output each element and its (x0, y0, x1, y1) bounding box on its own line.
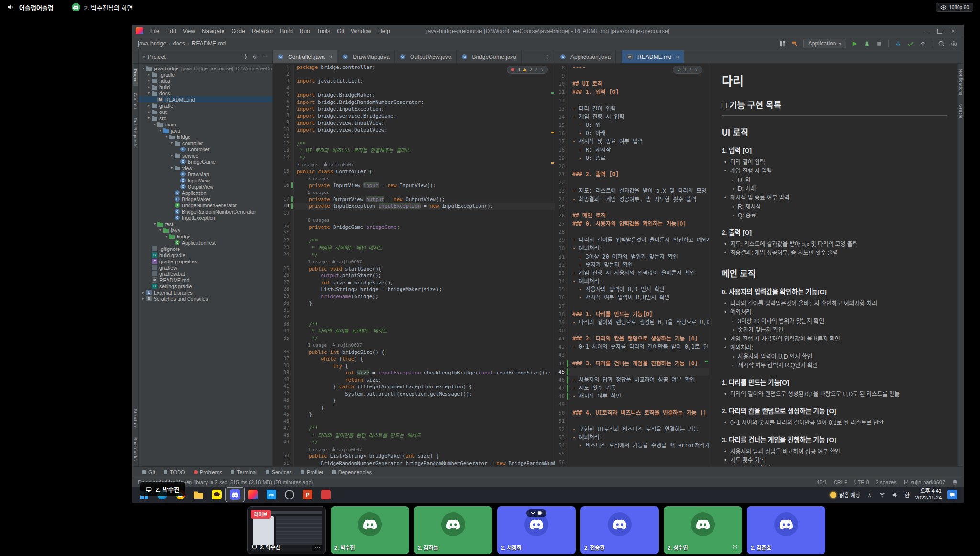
tab-Application.java[interactable]: CApplication.java (555, 50, 616, 63)
tree-item[interactable]: gradlew (139, 264, 272, 271)
inspections-widget-markdown[interactable]: ✓1∧∨ (673, 66, 702, 74)
tabs-more-icon[interactable]: ⋮ (540, 54, 555, 60)
tab-README.md[interactable]: MREADME.md× (622, 50, 684, 63)
menu-file[interactable]: File (147, 28, 163, 34)
tool-button-profiler[interactable]: Profiler (296, 467, 328, 477)
tree-item[interactable]: ▸gradle (139, 102, 272, 109)
play-icon[interactable] (850, 39, 858, 48)
minimize-button[interactable] (920, 26, 933, 36)
tree-item[interactable]: ▸build (139, 84, 272, 90)
tree-item[interactable]: Gsettings.gradle (139, 283, 272, 289)
notifications-icon[interactable] (952, 479, 958, 485)
tree-item[interactable]: CBridgeMaker (139, 196, 272, 202)
search-icon[interactable] (937, 39, 946, 48)
java-editor-code[interactable]: package bridge.controller;import java.ut… (294, 64, 555, 466)
run-config-select[interactable]: Application▾ (803, 39, 846, 48)
tree-item[interactable]: gradlew.bat (139, 271, 272, 277)
tool-button-services[interactable]: Services (261, 467, 296, 477)
markdown-preview[interactable]: 다리□ 기능 구현 목록UI 로직1. 입력 [O]다리 길이 입력게임 진행 … (709, 64, 957, 466)
line-separator[interactable]: CRLF (834, 479, 847, 485)
file-encoding[interactable]: UTF-8 (854, 479, 869, 485)
weather-widget[interactable]: 맑음 예정 (830, 491, 860, 499)
tree-item[interactable]: Gbuild.gradle (139, 252, 272, 258)
java-editor-gutter[interactable]: 1234567891011121314151617181920212223242… (273, 64, 294, 466)
taskbar-icon-kakaotalk[interactable] (208, 488, 226, 502)
tree-item[interactable]: ▾controller (139, 140, 272, 146)
tree-item[interactable]: MREADME.md (139, 277, 272, 283)
tree-item[interactable]: ▾src (139, 115, 272, 121)
menu-view[interactable]: View (179, 28, 199, 34)
menu-help[interactable]: Help (375, 28, 393, 34)
taskbar-icon-powerpoint[interactable]: P (299, 488, 317, 502)
tool-button-git[interactable]: Git (138, 467, 159, 477)
participant-screen-share-tile[interactable]: 라이브2. 박수진⋯ (247, 506, 326, 554)
indent-style[interactable]: 2 spaces (876, 479, 897, 485)
stream-quality-badge[interactable]: 1080p 60 (936, 3, 973, 12)
tree-item[interactable]: ▾java (139, 127, 272, 134)
next-problem-icon[interactable]: ∨ (695, 68, 698, 72)
git-update-icon[interactable] (893, 39, 902, 48)
tree-item[interactable]: CDrawMap (139, 171, 272, 177)
prev-problem-icon[interactable]: ∧ (535, 68, 538, 72)
menu-edit[interactable]: Edit (163, 28, 179, 34)
caret-position[interactable]: 45:1 (816, 479, 826, 485)
participant-tile[interactable]: 2. 서정희 (497, 506, 576, 554)
tree-item[interactable]: Pgradle.properties (139, 258, 272, 264)
taskbar-icon-obs[interactable] (280, 488, 299, 502)
tree-item[interactable]: ▾bridge (139, 134, 272, 140)
tree-item[interactable]: COutputView (139, 183, 272, 190)
inspections-widget-java[interactable]: 82∧∨ (507, 66, 548, 74)
java-editor[interactable]: 1234567891011121314151617181920212223242… (273, 64, 555, 466)
tree-item[interactable]: ▸out (139, 109, 272, 115)
notification-icon[interactable] (947, 490, 957, 499)
wifi-icon[interactable] (879, 491, 886, 499)
hide-icon[interactable] (261, 53, 268, 61)
taskbar-icon-discord[interactable] (226, 488, 244, 502)
taskbar-icon-vscode[interactable]: </> (262, 488, 280, 502)
markdown-editor[interactable]: 8910111213141516171819202122232425262728… (555, 64, 709, 466)
participant-tile[interactable]: 2. 김준호 (747, 506, 825, 554)
tool-button-todo[interactable]: TODO (159, 467, 189, 477)
taskbar-clock[interactable]: 오후 4:41 2022-11-24 (915, 488, 942, 501)
tree-item[interactable]: ▾java-bridge[java-bridge-precourse]D:\Wo… (139, 65, 272, 71)
prev-problem-icon[interactable]: ∧ (689, 68, 692, 72)
tab-OutputView.java[interactable]: COutputView.java (395, 50, 457, 63)
tree-item[interactable]: ▾docs (139, 90, 272, 96)
taskbar-icon-intellij[interactable] (244, 488, 262, 502)
tree-item[interactable]: MREADME.md (139, 96, 272, 102)
tool-stripe-bookmarks[interactable]: Bookmarks (133, 436, 138, 463)
tree-item[interactable]: ▾view (139, 165, 272, 171)
stop-icon[interactable] (875, 39, 883, 48)
participant-tile[interactable]: 2. 성수연 (664, 506, 742, 554)
breadcrumb-item[interactable]: java-bridge (138, 40, 166, 47)
tree-item[interactable]: CBridgeRandomNumberGenerator (139, 208, 272, 215)
participant-tile[interactable]: 2. 박수진 (331, 506, 409, 554)
volume-icon[interactable] (891, 491, 899, 499)
tool-button-terminal[interactable]: Terminal (226, 467, 261, 477)
tree-item[interactable]: ▸LExternal Libraries (139, 289, 272, 295)
tree-item[interactable]: CBridgeGame (139, 159, 272, 165)
menu-run[interactable]: Run (296, 28, 313, 34)
tool-stripe-notifications[interactable]: Notifications (958, 68, 963, 97)
git-branch-widget[interactable]: sujin-park0607 (903, 479, 945, 485)
tool-stripe-project[interactable]: Project (133, 68, 138, 86)
breadcrumb-item[interactable]: README.md (192, 40, 226, 47)
tool-stripe-pull-requests[interactable]: Pull Requests (133, 116, 138, 149)
tool-stripe-structure[interactable]: Structure (133, 408, 138, 430)
tree-item[interactable]: ▾test (139, 221, 272, 227)
tab-close-icon[interactable]: × (329, 54, 332, 60)
tool-button-dependencies[interactable]: Dependencies (328, 467, 376, 477)
participant-tile[interactable]: 2. 전승환 (580, 506, 659, 554)
tree-item[interactable]: ▸.idea (139, 78, 272, 84)
menu-build[interactable]: Build (277, 28, 296, 34)
bug-icon[interactable] (862, 39, 871, 48)
tool-stripe-commit[interactable]: Commit (133, 91, 138, 111)
settings-icon[interactable] (251, 53, 259, 61)
menu-navigate[interactable]: Navigate (199, 28, 228, 34)
tree-item[interactable]: CController (139, 146, 272, 152)
git-push-icon[interactable] (918, 39, 927, 48)
tab-close-icon[interactable]: × (676, 54, 679, 60)
git-commit-icon[interactable] (906, 39, 914, 48)
tree-item[interactable]: CInputView (139, 177, 272, 183)
tree-item[interactable]: CApplicationTest (139, 239, 272, 246)
